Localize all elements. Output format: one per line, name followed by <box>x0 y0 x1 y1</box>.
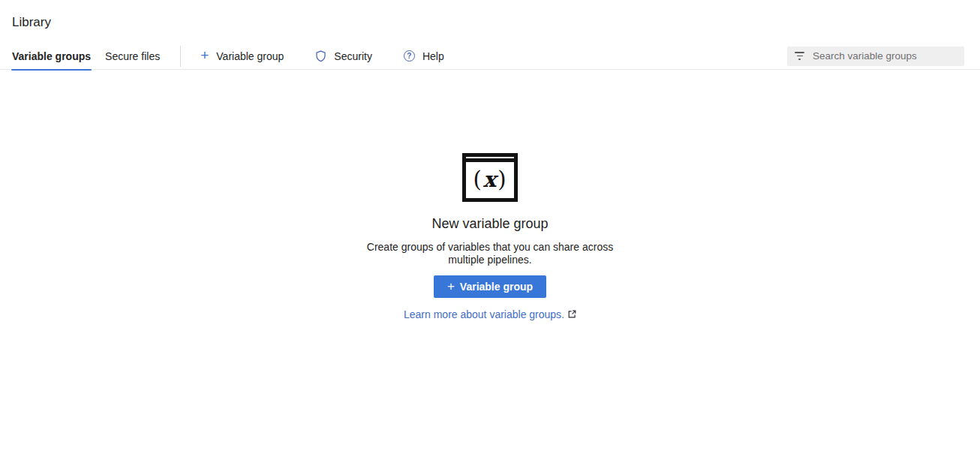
filter-icon <box>795 52 804 60</box>
variable-group-primary-button-label: Variable group <box>460 281 533 293</box>
security-label: Security <box>334 50 372 62</box>
plus-icon: + <box>200 48 209 62</box>
help-question-mark: ? <box>407 53 411 60</box>
add-variable-group-label: Variable group <box>216 50 284 62</box>
search-box[interactable] <box>787 47 964 66</box>
external-link-icon <box>568 308 576 320</box>
help-label: Help <box>422 50 444 62</box>
tab-variable-groups-label: Variable groups <box>12 50 91 62</box>
security-button[interactable]: Security <box>314 47 374 65</box>
tab-variable-groups[interactable]: Variable groups <box>12 43 91 70</box>
empty-state: ( x ) New variable group Create groups o… <box>0 153 980 320</box>
toolbar: + Variable group Security ? Help <box>199 47 446 65</box>
variable-group-icon: ( x ) <box>462 153 518 202</box>
shield-icon <box>315 50 326 62</box>
page-title: Library <box>12 15 968 30</box>
help-icon: ? <box>404 50 415 62</box>
tab-bar: Variable groups Secure files + Variable … <box>0 43 980 70</box>
help-button[interactable]: ? Help <box>402 47 446 65</box>
learn-more-link[interactable]: Learn more about variable groups. <box>404 308 576 320</box>
toolbar-divider <box>180 46 181 67</box>
add-variable-group-button[interactable]: + Variable group <box>199 47 285 65</box>
variable-group-icon-titlebar <box>466 157 514 162</box>
empty-state-title: New variable group <box>431 216 548 232</box>
tab-secure-files-label: Secure files <box>105 50 160 62</box>
learn-more-link-label: Learn more about variable groups. <box>404 308 564 320</box>
plus-icon: + <box>447 280 455 293</box>
variable-group-primary-button[interactable]: + Variable group <box>434 275 546 298</box>
variable-group-icon-glyph: ( x ) <box>466 162 514 198</box>
empty-state-description: Create groups of variables that you can … <box>365 241 615 266</box>
glyph-close-paren: ) <box>498 169 507 191</box>
glyph-open-paren: ( <box>473 169 482 191</box>
glyph-x: x <box>483 169 497 191</box>
search-variable-groups-input[interactable] <box>813 50 957 62</box>
page-header: Library <box>0 0 980 30</box>
tab-secure-files[interactable]: Secure files <box>105 43 160 70</box>
